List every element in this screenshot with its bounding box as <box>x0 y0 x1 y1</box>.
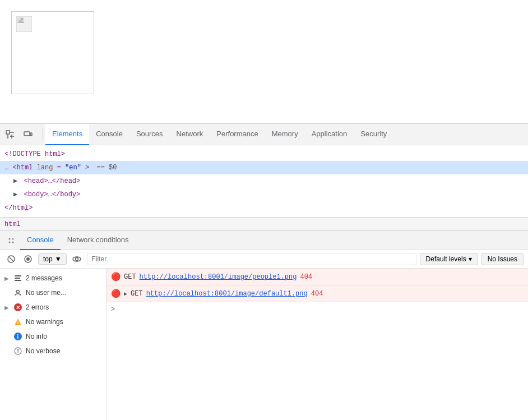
tab-console[interactable]: Console <box>89 124 129 145</box>
error-url-1[interactable]: http://localhost:8001/image/people1.png <box>140 273 297 281</box>
svg-point-13 <box>9 241 11 243</box>
device-toolbar-icon[interactable] <box>20 127 36 142</box>
sidebar-item-errors[interactable]: ▶ ✕ 2 errors <box>0 300 106 315</box>
svg-rect-10 <box>30 133 32 136</box>
verbose-label: No verbose <box>26 347 60 355</box>
list-icon <box>13 274 22 283</box>
expand-arrow-2[interactable]: ▶ <box>124 290 127 297</box>
info-icon: i <box>13 332 22 341</box>
sidebar-item-user-messages[interactable]: No user me... <box>0 285 106 300</box>
verbose-icon <box>13 347 22 356</box>
tab-security[interactable]: Security <box>354 124 393 145</box>
info-label: No info <box>26 333 47 340</box>
top-context-selector[interactable]: top ▼ <box>38 253 67 265</box>
dom-html-close: </html> <box>0 201 528 215</box>
page-content <box>0 0 528 123</box>
warning-icon: ! <box>13 317 22 326</box>
console-prompt[interactable]: > <box>106 302 528 317</box>
console-messages: 🔴 GET http://localhost:8001/image/people… <box>106 269 528 420</box>
eye-icon-btn[interactable] <box>70 252 84 266</box>
dom-panel: <!DOCTYPE html> … <html lang = "en" > ==… <box>0 145 528 218</box>
default-levels-btn[interactable]: Default levels ▾ <box>420 253 478 265</box>
error-icon-1: 🔴 <box>111 272 121 281</box>
prompt-symbol: > <box>111 306 115 313</box>
tab-memory[interactable]: Memory <box>265 124 305 145</box>
tab-elements[interactable]: Elements <box>45 124 89 145</box>
devtools-panel: Elements Console Sources Network Perform… <box>0 123 528 420</box>
svg-point-18 <box>26 257 30 261</box>
svg-point-14 <box>12 241 14 243</box>
tab-console-bottom[interactable]: Console <box>20 231 61 250</box>
error-row-1[interactable]: 🔴 GET http://localhost:8001/image/people… <box>106 269 528 285</box>
broken-image <box>11 11 94 94</box>
svg-point-11 <box>9 238 11 239</box>
error-row-2[interactable]: 🔴 ▶ GET http://localhost:8001/image/defa… <box>106 285 528 302</box>
tab-sources[interactable]: Sources <box>129 124 170 145</box>
svg-point-3 <box>21 18 23 20</box>
warnings-label: No warnings <box>26 318 63 326</box>
error-code-1: 404 <box>300 273 312 281</box>
sidebar-item-verbose[interactable]: No verbose <box>0 344 106 358</box>
devtools-icon-group <box>2 127 40 142</box>
no-issues-btn[interactable]: No Issues <box>481 253 524 265</box>
clear-console-btn[interactable] <box>4 252 18 266</box>
tab-application[interactable]: Application <box>305 124 354 145</box>
sidebar-item-info[interactable]: i No info <box>0 329 106 344</box>
sidebar-item-messages[interactable]: ▶ 2 messages <box>0 271 106 285</box>
dom-html-node[interactable]: … <html lang = "en" > == $0 <box>0 161 528 174</box>
dom-head-node[interactable]: ▶ <head>…</head> <box>0 174 528 188</box>
tab-network-conditions[interactable]: Network conditions <box>61 231 136 250</box>
svg-point-20 <box>75 258 78 261</box>
error-icon-2: 🔴 <box>111 289 121 298</box>
svg-point-21 <box>17 290 20 293</box>
svg-point-12 <box>12 238 14 239</box>
stop-recording-btn[interactable] <box>21 252 35 266</box>
svg-rect-4 <box>6 131 10 134</box>
console-sidebar: ▶ 2 messages <box>0 269 106 420</box>
tab-network[interactable]: Network <box>170 124 210 145</box>
messages-arrow: ▶ <box>4 275 10 281</box>
user-icon <box>13 288 22 297</box>
messages-count: 2 messages <box>26 274 62 282</box>
console-panel: Console Network conditions <box>0 230 528 420</box>
errors-arrow: ▶ <box>4 304 10 311</box>
console-filter-input[interactable] <box>87 253 416 265</box>
tab-performance[interactable]: Performance <box>210 124 265 145</box>
inspect-icon[interactable] <box>2 127 18 142</box>
errors-count: 2 errors <box>26 303 49 311</box>
console-tabbar: Console Network conditions <box>0 231 528 250</box>
user-messages-label: No user me... <box>26 289 66 297</box>
svg-rect-9 <box>24 132 30 136</box>
svg-line-16 <box>10 257 13 261</box>
dom-body-node[interactable]: ▶ <body>…</body> <box>0 188 528 201</box>
error-code-2: 404 <box>311 290 323 298</box>
broken-image-icon <box>16 16 32 32</box>
console-content-area: ▶ 2 messages <box>0 269 528 420</box>
console-toolbar: top ▼ Default levels ▾ No Issues <box>0 250 528 269</box>
error-url-2[interactable]: http://localhost:8001/image/default1.png <box>146 290 308 298</box>
breadcrumb: html <box>0 218 528 230</box>
dom-doctype: <!DOCTYPE html> <box>0 147 528 161</box>
sidebar-item-warnings[interactable]: ! No warnings <box>0 315 106 329</box>
devtools-tabbar: Elements Console Sources Network Perform… <box>0 124 528 145</box>
svg-text:!: ! <box>17 321 18 325</box>
error-circle-icon: ✕ <box>13 303 22 312</box>
tab-separator <box>43 128 43 141</box>
console-drag-icon[interactable] <box>4 234 18 247</box>
